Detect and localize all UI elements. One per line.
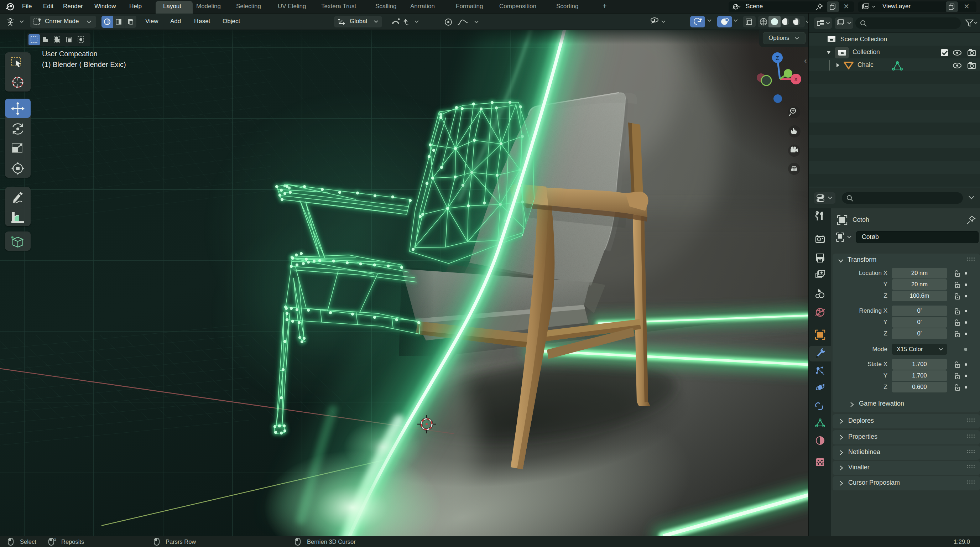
svg-text:X: X <box>794 76 798 82</box>
svg-text:Z: Z <box>776 55 779 61</box>
svg-text:‹: ‹ <box>804 56 807 65</box>
